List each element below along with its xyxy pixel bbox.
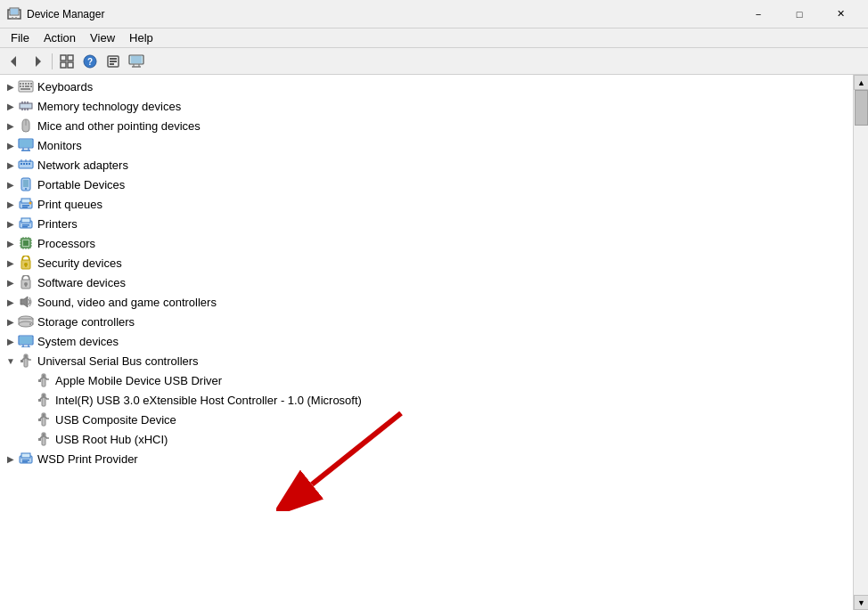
title-bar-controls: − □ ✕ — [738, 0, 861, 28]
toggle-memory[interactable]: ▶ — [4, 99, 18, 113]
properties-button[interactable] — [102, 51, 124, 72]
svg-rect-125 — [38, 438, 41, 441]
tree-item-usb[interactable]: ▼ Universal Serial Bus controllers — [0, 351, 853, 370]
toggle-mice[interactable]: ▶ — [4, 118, 18, 133]
menu-file[interactable]: File — [4, 29, 37, 46]
tree-item-usb-composite[interactable]: ▶ USB Composite Device — [18, 410, 853, 429]
tree-item-printqueues[interactable]: ▶ Print queues — [0, 194, 853, 214]
toggle-network[interactable]: ▶ — [4, 158, 18, 172]
tree-item-mice[interactable]: ▶ Mice and other pointing devices — [0, 116, 853, 135]
tree-item-network[interactable]: ▶ Network adapters — [0, 155, 853, 175]
svg-marker-6 — [11, 56, 16, 67]
tree-item-storage[interactable]: ▶ Storage controllers — [0, 312, 853, 331]
menu-view[interactable]: View — [83, 29, 122, 46]
storage-icon — [18, 313, 34, 329]
svg-text:?: ? — [87, 57, 93, 67]
svg-rect-31 — [25, 85, 29, 87]
restore-button[interactable]: □ — [779, 0, 820, 28]
monitors-icon — [18, 137, 34, 153]
scroll-down-button[interactable]: ▼ — [854, 595, 868, 610]
svg-rect-66 — [22, 226, 28, 228]
back-icon — [7, 54, 21, 69]
tree-item-sound[interactable]: ▶ Sound, video and game controllers — [0, 292, 853, 312]
svg-rect-68 — [23, 240, 29, 246]
tree-item-usb-root[interactable]: ▶ USB Root Hub (xHCI) — [18, 429, 853, 449]
svg-rect-25 — [22, 83, 24, 85]
toggle-sound[interactable]: ▶ — [4, 295, 18, 309]
vertical-scrollbar[interactable]: ▲ ▼ — [853, 75, 868, 610]
svg-rect-65 — [22, 224, 29, 226]
close-button[interactable]: ✕ — [820, 0, 861, 28]
toggle-storage[interactable]: ▶ — [4, 314, 18, 329]
svg-rect-119 — [38, 419, 41, 421]
usb-composite-icon — [36, 411, 52, 427]
monitors-label: Monitors — [37, 139, 82, 152]
svg-rect-39 — [24, 108, 26, 110]
tree-item-usb-apple[interactable]: ▶ Apple Mobile Device USB Driver — [18, 370, 853, 390]
svg-rect-27 — [28, 83, 29, 85]
tree-view[interactable]: ▶ Keyboar — [0, 75, 853, 610]
minimize-button[interactable]: − — [738, 0, 779, 28]
tree-item-usb-intel[interactable]: ▶ Intel(R) USB 3.0 eXtensible Host Contr… — [18, 390, 853, 410]
back-button[interactable] — [4, 51, 25, 72]
toggle-keyboards[interactable]: ▶ — [4, 79, 18, 94]
tree-item-system[interactable]: ▶ System devices — [0, 331, 853, 351]
svg-rect-50 — [26, 163, 28, 165]
toggle-usb[interactable]: ▼ — [4, 354, 18, 368]
tree-item-security[interactable]: ▶ Security devices — [0, 253, 853, 272]
tree-item-monitors[interactable]: ▶ Monitors — [0, 135, 853, 155]
tree-item-memory[interactable]: ▶ Memory technology devices — [0, 96, 853, 116]
mice-icon — [18, 118, 34, 134]
toggle-printers[interactable]: ▶ — [4, 216, 18, 231]
tree-item-processors[interactable]: ▶ — [0, 233, 853, 253]
tree-item-portable[interactable]: ▶ Portable Devices — [0, 175, 853, 194]
monitor-button[interactable] — [126, 51, 147, 72]
title-bar-left: Device Manager — [7, 7, 104, 21]
toggle-security[interactable]: ▶ — [4, 256, 18, 270]
tree-item-printers[interactable]: ▶ Printers — [0, 214, 853, 233]
toggle-software[interactable]: ▶ — [4, 275, 18, 289]
toggle-printqueues[interactable]: ▶ — [4, 197, 18, 211]
svg-rect-43 — [20, 140, 32, 147]
help-button[interactable]: ? — [79, 51, 101, 72]
scroll-up-button[interactable]: ▲ — [854, 75, 868, 90]
scroll-thumb[interactable] — [855, 90, 868, 126]
svg-rect-32 — [30, 85, 32, 87]
forward-button[interactable] — [27, 51, 48, 72]
svg-rect-40 — [27, 108, 29, 110]
toggle-processors[interactable]: ▶ — [4, 236, 18, 250]
wsd-label: WSD Print Provider — [37, 452, 138, 466]
tree-item-keyboards[interactable]: ▶ Keyboar — [0, 77, 853, 96]
svg-rect-113 — [38, 399, 41, 402]
toggle-wsd[interactable]: ▶ — [4, 451, 18, 466]
svg-point-98 — [25, 355, 28, 358]
menu-help[interactable]: Help — [122, 29, 160, 46]
toggle-portable[interactable]: ▶ — [4, 177, 18, 191]
properties-icon — [106, 54, 120, 69]
content-wrapper: ▶ Keyboar — [0, 75, 868, 610]
usb-intel-icon — [36, 392, 52, 408]
svg-rect-49 — [23, 163, 25, 165]
menu-action[interactable]: Action — [37, 29, 83, 46]
svg-rect-35 — [21, 102, 23, 104]
window-title: Device Manager — [27, 8, 104, 20]
help-icon: ? — [83, 54, 97, 69]
app-icon — [7, 7, 21, 21]
usb-children: ▶ Apple Mobile Device USB Driver — [0, 370, 853, 449]
tree-item-wsd[interactable]: ▶ WSD Print Provider — [0, 449, 853, 468]
svg-point-57 — [25, 188, 27, 190]
monitor-icon — [128, 54, 144, 69]
svg-rect-2 — [11, 9, 18, 14]
scroll-track[interactable] — [854, 90, 868, 595]
tree-item-software[interactable]: ▶ Software devices — [0, 272, 853, 292]
toggle-monitors[interactable]: ▶ — [4, 138, 18, 152]
svg-rect-86 — [25, 284, 27, 287]
svg-point-110 — [43, 394, 45, 397]
printqueues-label: Print queues — [37, 198, 102, 211]
svg-rect-8 — [61, 55, 66, 61]
svg-point-62 — [29, 202, 32, 205]
toolbar-divider-1 — [52, 53, 53, 69]
toggle-system[interactable]: ▶ — [4, 334, 18, 348]
grid-view-button[interactable] — [56, 51, 78, 72]
usb-root-label: USB Root Hub (xHCI) — [55, 433, 168, 446]
